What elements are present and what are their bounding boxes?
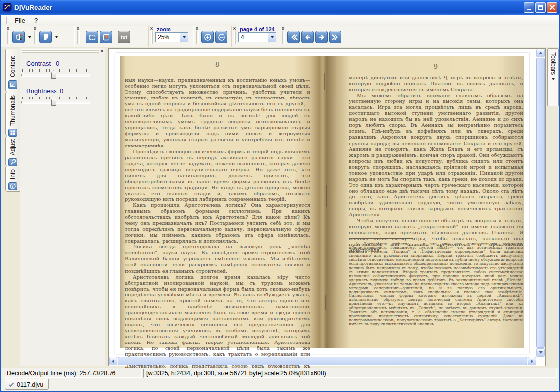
toolbar-close-icon[interactable]: x xyxy=(282,26,284,31)
sidebar-tab-label: Adjust xyxy=(9,139,16,155)
zoom-in-icon xyxy=(203,33,212,42)
title-bar: DjVuReader xyxy=(0,0,560,15)
toolbar-close-icon[interactable]: x xyxy=(150,26,153,31)
toolbar-group-layout: x xyxy=(32,26,59,47)
sidebar-tab-thumbnails[interactable]: Thumbnails xyxy=(5,92,20,136)
toolbars-side-tab[interactable]: Toolbars xyxy=(547,48,559,106)
binding-mark xyxy=(324,73,325,90)
page-layout-button[interactable] xyxy=(39,31,52,43)
file-tab[interactable]: 0117.djvu xyxy=(5,379,49,390)
toolbar-group-zoom: x zoom 25% xyxy=(148,26,194,47)
scroll-down-button[interactable] xyxy=(536,348,545,357)
page-layout-dropdown[interactable] xyxy=(55,36,58,38)
menu-file[interactable]: File xyxy=(10,16,30,25)
scroll-left-button[interactable] xyxy=(109,357,117,365)
right-page-text: манерѣ диспутовъ или діалектикѣ ¹), игрѣ… xyxy=(349,75,523,253)
wrench-icon xyxy=(8,158,17,166)
page-paragraph: ныя науки—науки, предназначенныя къ восп… xyxy=(125,77,310,149)
sidebar-tab-adjust[interactable]: Adjust xyxy=(5,136,20,166)
toolbar-group-display: x xyxy=(5,26,32,47)
right-page-number: — 9 — xyxy=(349,63,523,70)
sidebar-tab-label: Thumbnails xyxy=(9,95,16,126)
sidebar-tab-strip: Content Thumbnails Adjust Info xyxy=(5,49,20,191)
display-mode-button[interactable] xyxy=(12,31,25,43)
toolbar-grip[interactable] xyxy=(196,31,199,44)
zoom-in-button[interactable] xyxy=(201,31,214,43)
toolbar-grip[interactable] xyxy=(151,31,153,44)
sidebar-tab-label: Info xyxy=(9,169,16,179)
close-icon xyxy=(548,3,557,12)
page-dropdown-button[interactable] xyxy=(268,33,276,42)
adjust-panel: x Contrast 0 Brightness 0 xyxy=(20,48,105,366)
next-page-button[interactable] xyxy=(315,31,328,43)
footnote-rule xyxy=(349,238,413,239)
toolbar-grip[interactable] xyxy=(77,31,80,44)
window-controls xyxy=(524,2,557,13)
footnote-paragraph: ¹) Достовѣрно извѣстно — и это одно изъ … xyxy=(349,242,523,326)
binding-mark xyxy=(326,185,327,207)
sidebar-tab-info[interactable]: Info xyxy=(5,166,20,192)
toolbar-grip[interactable] xyxy=(7,31,10,44)
page-caption: page 4 of 124 xyxy=(240,26,275,32)
text-mode-button[interactable]: txt xyxy=(118,31,130,43)
left-page-text: ныя науки—науки, предназначенныя къ восп… xyxy=(125,77,310,375)
zoom-out-icon xyxy=(217,33,226,42)
select-region-button[interactable] xyxy=(86,31,98,43)
vertical-scrollbar-thumb[interactable] xyxy=(536,58,545,348)
djvureader-logo-icon xyxy=(3,3,12,12)
toolbar-close-icon[interactable]: x xyxy=(196,26,198,31)
toolbar-group-navigation: x xyxy=(280,26,349,47)
panel-grip[interactable] xyxy=(22,49,99,51)
minimize-button[interactable] xyxy=(524,2,534,13)
scroll-up-button[interactable] xyxy=(536,49,545,57)
sidebar-tab-content[interactable]: Content xyxy=(5,49,20,92)
toolbar-grip[interactable] xyxy=(282,31,285,44)
minimize-icon xyxy=(527,9,531,10)
menu-grip[interactable] xyxy=(6,17,7,24)
arrow-right-icon xyxy=(531,359,533,363)
toolbar-group-page: x page 4 of 124 4 xyxy=(231,26,280,47)
scroll-right-button[interactable] xyxy=(528,357,536,365)
contrast-ticks xyxy=(22,69,90,72)
page-paragraph: манерѣ диспутовъ или діалектикѣ ¹), игрѣ… xyxy=(349,75,523,93)
content-icon xyxy=(8,80,17,89)
arrow-down-icon xyxy=(539,351,543,354)
zoom-out-button[interactable] xyxy=(215,31,227,43)
toolbar-grip[interactable] xyxy=(234,31,236,44)
toolbar-close-icon[interactable]: x xyxy=(7,26,9,31)
app-window: DjVuReader File ? x x xyxy=(0,0,560,392)
menu-bar: File ? xyxy=(1,15,559,26)
last-page-button[interactable] xyxy=(329,31,341,43)
maximize-button[interactable] xyxy=(535,2,546,13)
status-bar: Decode/Output time (ms): 257.73/28.76 [w… xyxy=(1,368,559,379)
image-info-status: [w:3325, h:2434, dpi:300, size:56721 byt… xyxy=(143,369,557,378)
toolbar-close-icon[interactable]: x xyxy=(34,26,36,31)
close-button[interactable] xyxy=(547,2,557,13)
left-page-number: — 8 — xyxy=(125,61,310,68)
vertical-scrollbar[interactable] xyxy=(536,49,545,357)
image-mode-button[interactable] xyxy=(100,31,112,43)
arrow-right-icon xyxy=(317,33,326,42)
menu-help[interactable]: ? xyxy=(30,16,42,25)
page-layout-icon xyxy=(41,33,50,42)
panel-close-icon[interactable]: x xyxy=(101,49,103,53)
document-view[interactable]: — 8 — ныя науки—науки, предназначенныя к… xyxy=(108,48,546,366)
toolbar-close-icon[interactable]: x xyxy=(77,26,79,31)
first-page-button[interactable] xyxy=(287,31,300,43)
toolbars-tab-label: Toolbars xyxy=(550,52,557,75)
text-mode-label: txt xyxy=(121,34,127,40)
toolbar-close-icon[interactable]: x xyxy=(233,26,236,31)
previous-page-button[interactable] xyxy=(301,31,314,43)
image-icon xyxy=(102,33,111,42)
zoom-combobox[interactable]: 25% xyxy=(155,32,188,42)
horizontal-scrollbar-thumb[interactable] xyxy=(118,357,527,365)
panel-grip[interactable] xyxy=(22,51,99,53)
page-paragraph: Прослѣдить эволюцію логическихъ формъ и … xyxy=(125,149,310,202)
binding-mark xyxy=(325,295,326,310)
toolbar-grip[interactable] xyxy=(34,31,37,44)
page-combobox[interactable]: 4 xyxy=(238,32,276,42)
display-mode-dropdown[interactable] xyxy=(28,36,31,38)
zoom-dropdown-button[interactable] xyxy=(180,33,188,42)
horizontal-scrollbar[interactable] xyxy=(109,357,536,365)
djvu-file-icon xyxy=(8,382,14,388)
